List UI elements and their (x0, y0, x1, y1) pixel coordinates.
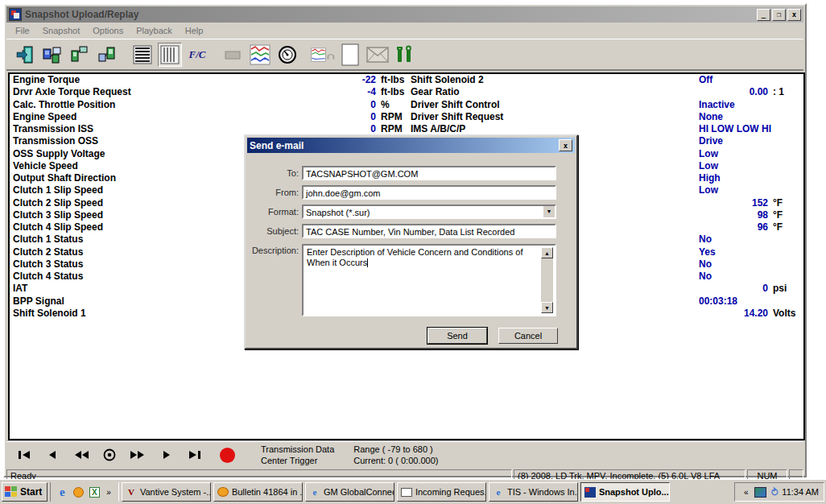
format-label: Format: (249, 207, 299, 217)
playback-source-info: Transmission Data Center Trigger (261, 444, 334, 466)
fast-forward-icon[interactable] (129, 448, 147, 461)
toolbar-separator (303, 43, 308, 67)
download-device-icon[interactable] (95, 43, 119, 67)
parameter-value: -22 (247, 74, 376, 86)
parameter-label: BPP Signal (13, 295, 64, 308)
quick-launch-app-icon[interactable] (72, 485, 85, 498)
menu-snapshot[interactable]: Snapshot (37, 24, 85, 37)
task-app-icon (584, 487, 596, 498)
fahrenheit-celsius-icon[interactable]: F/C (185, 43, 209, 67)
center-trigger-icon[interactable] (101, 448, 118, 461)
parameter2-value: Yes (699, 246, 768, 258)
format-select[interactable]: Snapshot (*.sur) ▼ (302, 204, 556, 219)
parameter-label: Calc. Throttle Position (13, 99, 115, 111)
format-selected-value: Snapshot (*.sur) (306, 208, 370, 217)
textarea-scrollbar[interactable]: ▲ ▼ (541, 247, 553, 313)
table-row[interactable]: Drvr Axle Torque Request -4 ft-lbs Gear … (10, 86, 803, 98)
parameter2-unit: : 1 (773, 86, 784, 98)
blank-page-icon[interactable] (338, 43, 362, 67)
chevron-down-icon[interactable]: ▼ (543, 205, 555, 218)
dialog-title: Send e-mail (250, 140, 559, 151)
description-text: Enter Description of Vehicle Concern and… (307, 247, 522, 267)
parameter-value: 0 (247, 123, 376, 135)
to-input[interactable]: TACSNAPSHOT@GM.COM (302, 166, 556, 180)
internet-explorer-icon[interactable]: e (56, 485, 68, 498)
parameter2-label: Shift Solenoid 2 (411, 74, 484, 86)
system-tray: « ⥁ 11:34 AM (734, 482, 824, 502)
parameter-label: Clutch 1 Slip Speed (13, 184, 103, 196)
taskbar-task-button[interactable]: Incoming Reques... (397, 482, 486, 502)
from-input[interactable]: john.doe@gm.com (302, 185, 556, 200)
menu-file[interactable]: File (10, 24, 35, 37)
close-button[interactable]: x (787, 9, 801, 21)
start-button[interactable]: Start (2, 482, 47, 502)
upload-scan-tool-icon[interactable] (40, 43, 64, 67)
parameter2-unit: °F (773, 197, 783, 209)
table-row[interactable]: Transmission ISS 0 RPM IMS A/B/C/P HI LO… (10, 123, 803, 135)
tray-chevron-icon[interactable]: « (741, 488, 751, 497)
taskbar: Start e X » V Vantive System -... Bullet… (0, 479, 826, 504)
table-row[interactable]: Engine Speed 0 RPM Driver Shift Request … (10, 111, 803, 123)
spreadsheet-app-icon[interactable]: X (88, 485, 101, 498)
taskbar-task-button[interactable]: Bulletin 41864 in ... (213, 482, 303, 502)
menu-options[interactable]: Options (87, 24, 129, 37)
multi-graph-icon[interactable] (248, 43, 272, 67)
to-label: To: (249, 168, 299, 178)
parameter2-value: Low (699, 184, 768, 196)
restore-button[interactable]: ❐ (772, 9, 786, 21)
parameter2-label: Gear Ratio (411, 86, 460, 98)
clock: 11:34 AM (782, 487, 819, 497)
task-label: Bulletin 41864 in ... (232, 487, 303, 497)
skip-to-end-icon[interactable] (185, 448, 203, 461)
parameter-label: OSS Supply Voltage (13, 148, 105, 160)
parameter2-value: 152 (699, 197, 768, 209)
toolbar: F/C (6, 39, 803, 71)
send-button[interactable]: Send (427, 328, 487, 344)
skip-to-start-icon[interactable] (16, 448, 34, 461)
messenger-tray-icon[interactable]: ⥁ (770, 486, 778, 498)
window-title: Snapshot Upload/Replay (25, 9, 757, 20)
data-list-vertical-icon[interactable] (158, 43, 182, 67)
taskbar-task-button[interactable]: e GM GlobalConnec... (305, 482, 394, 502)
from-label: From: (249, 188, 299, 197)
parameter-label: Clutch 2 Slip Speed (13, 197, 103, 209)
table-row[interactable]: Engine Torque -22 ft-lbs Shift Solenoid … (10, 74, 803, 86)
play-icon[interactable] (157, 448, 175, 461)
parameter-value: -4 (247, 86, 376, 98)
gauge-icon[interactable] (275, 43, 299, 67)
taskbar-task-button[interactable]: V Vantive System -... (122, 482, 211, 502)
description-textarea[interactable]: Enter Description of Vehicle Concern and… (302, 244, 556, 316)
subject-input[interactable]: TAC CASE Number, Vin Number, Data List R… (302, 224, 556, 238)
step-back-icon[interactable] (44, 448, 62, 461)
parameter-value: 0 (247, 111, 376, 123)
parameter2-value: 00:03:18 (699, 295, 768, 308)
data-list-horizontal-icon[interactable] (130, 43, 155, 67)
task-app-icon: V (126, 486, 137, 498)
parameter2-label: Driver Shift Request (411, 111, 503, 123)
display-tray-icon[interactable] (754, 487, 766, 498)
dialog-close-icon[interactable]: x (559, 139, 572, 151)
task-label: Vantive System -... (140, 487, 211, 497)
menu-playback[interactable]: Playback (130, 24, 178, 37)
parameter-unit: RPM (381, 123, 403, 135)
overflow-chevron-icon[interactable]: » (104, 488, 114, 497)
exit-icon[interactable] (13, 43, 37, 67)
rewind-icon[interactable] (72, 448, 90, 461)
scroll-up-icon[interactable]: ▲ (541, 247, 553, 258)
parameter-label: Clutch 4 Slip Speed (13, 221, 103, 233)
taskbar-task-button[interactable]: e TIS - Windows In... (489, 482, 578, 502)
record-icon[interactable] (220, 448, 235, 463)
transfer-device-icon[interactable] (68, 43, 92, 67)
task-app-icon (401, 488, 412, 497)
scroll-down-icon[interactable]: ▼ (541, 302, 553, 313)
playback-bar: Transmission Data Center Trigger Range (… (6, 440, 803, 468)
cancel-button[interactable]: Cancel (498, 328, 558, 344)
task-label: Snapshot Uplo... (599, 487, 669, 497)
parameter-unit: ft-lbs (381, 74, 404, 86)
minimize-button[interactable]: _ (757, 9, 770, 21)
taskbar-task-button[interactable]: Snapshot Uplo... (580, 482, 670, 502)
table-row[interactable]: Calc. Throttle Position 0 % Driver Shift… (10, 99, 803, 111)
parameter2-value: High (699, 172, 768, 184)
tools-icon[interactable] (393, 43, 417, 67)
menu-help[interactable]: Help (180, 24, 209, 37)
